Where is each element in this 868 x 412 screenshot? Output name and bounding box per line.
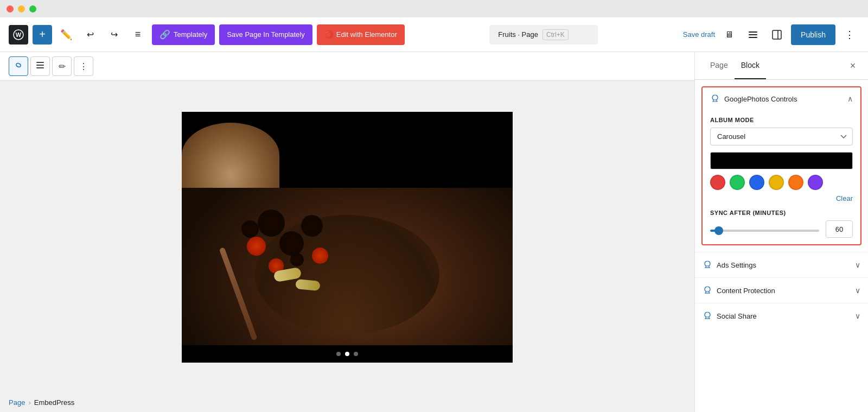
content-protection-header[interactable]: Content Protection ∨ (701, 278, 861, 303)
elementor-icon: ⭕ (324, 30, 333, 39)
panel-body: ALBUM MODE Carousel Grid Slideshow (703, 110, 860, 244)
panel-header: GooglePhotos Controls ∧ (703, 87, 860, 110)
fullscreen-traffic-light[interactable] (29, 5, 36, 12)
googlephotos-controls-panel: GooglePhotos Controls ∧ ALBUM MODE Carou… (701, 86, 861, 245)
ads-settings-chevron-icon: ∨ (855, 261, 860, 269)
color-swatches (710, 175, 853, 190)
undo-button[interactable]: ↩ (80, 25, 100, 45)
ads-settings-title: Ads Settings (703, 260, 756, 270)
close-traffic-light[interactable] (7, 5, 14, 12)
save-page-templately-button[interactable]: Save Page In Templately (219, 24, 312, 45)
align-button[interactable] (30, 56, 50, 76)
svg-rect-5 (773, 30, 781, 39)
plus-icon: + (39, 28, 46, 41)
editor-canvas (0, 81, 694, 393)
svg-rect-2 (749, 31, 757, 33)
svg-rect-4 (749, 37, 757, 38)
block-toolbar: ✏ ⋮ (0, 52, 694, 81)
swatch-purple[interactable] (808, 175, 823, 190)
content-protection-title: Content Protection (703, 286, 775, 295)
carousel-dot-1[interactable] (336, 352, 341, 356)
swatch-green[interactable] (730, 175, 745, 190)
content-protection-chevron-icon: ∨ (855, 286, 860, 295)
clear-color-button[interactable]: Clear (836, 194, 853, 202)
content-block (182, 112, 513, 363)
edit-elementor-button[interactable]: ⭕ Edit with Elementor (317, 24, 405, 45)
brush-icon: ✏️ (60, 29, 72, 41)
keyboard-shortcut: Ctrl+K (542, 29, 569, 40)
svg-rect-7 (36, 62, 44, 63)
sidebar-close-button[interactable]: × (844, 57, 861, 74)
tab-page[interactable]: Page (704, 52, 735, 79)
redo-button[interactable]: ↪ (104, 25, 124, 45)
link-icon (14, 60, 23, 72)
carousel-dot-2[interactable] (345, 352, 349, 356)
sync-label: SYNC AFTER (MINUTES) (710, 210, 853, 216)
sync-control-row: 60 (710, 220, 853, 238)
pencil-icon: ✏ (59, 61, 66, 72)
search-field[interactable]: Fruits · Page Ctrl+K (489, 25, 598, 45)
tab-block[interactable]: Block (735, 52, 766, 79)
breadcrumb-page-link[interactable]: Page (9, 398, 25, 407)
social-share-section: Social Share ∨ (695, 303, 868, 328)
settings-button[interactable] (743, 25, 763, 45)
sidebar-icon (772, 30, 782, 40)
edit-elementor-label: Edit with Elementor (336, 30, 397, 39)
carousel-image (182, 188, 513, 345)
minimize-traffic-light[interactable] (18, 5, 25, 12)
sidebar-toggle-button[interactable] (767, 25, 787, 45)
sidebar-tabs: Page Block × (695, 52, 868, 80)
svg-text:W: W (16, 31, 22, 37)
wordpress-logo[interactable]: W (9, 25, 28, 45)
swatch-yellow[interactable] (769, 175, 784, 190)
preview-button[interactable]: 🖥 (719, 25, 739, 45)
carousel-dots (182, 345, 513, 363)
content-protection-section: Content Protection ∨ (695, 277, 868, 303)
undo-icon: ↩ (87, 29, 94, 40)
search-bar: Fruits · Page Ctrl+K (409, 25, 679, 45)
album-mode-select[interactable]: Carousel Grid Slideshow (710, 128, 853, 145)
redo-icon: ↪ (111, 29, 118, 40)
publish-button[interactable]: Publish (791, 24, 835, 45)
color-picker-bar[interactable] (710, 152, 853, 169)
svg-rect-3 (749, 34, 757, 35)
panel-title-text: GooglePhotos Controls (724, 95, 797, 103)
swatch-red[interactable] (710, 175, 725, 190)
more-block-options-button[interactable]: ⋮ (74, 56, 93, 76)
sync-section: SYNC AFTER (MINUTES) 60 (710, 210, 853, 238)
templately-icon: 🔗 (159, 29, 170, 40)
sync-slider[interactable] (710, 230, 819, 232)
social-share-title: Social Share (703, 311, 757, 321)
list-icon: ≡ (135, 29, 141, 40)
save-templately-label: Save Page In Templately (227, 30, 305, 39)
list-view-button[interactable]: ≡ (128, 25, 148, 45)
clear-color-container: Clear (710, 193, 853, 203)
panel-collapse-icon[interactable]: ∧ (847, 94, 853, 103)
googlephotos-icon (710, 94, 720, 104)
templately-label: Templately (174, 30, 207, 39)
sync-slider-wrapper (710, 224, 819, 234)
transform-block-button[interactable] (9, 56, 28, 76)
social-share-icon (703, 311, 712, 321)
more-options-button[interactable]: ⋮ (840, 25, 859, 45)
album-mode-label: ALBUM MODE (710, 117, 853, 123)
align-icon (36, 61, 44, 72)
breadcrumb-separator: › (28, 398, 30, 407)
ads-settings-icon (703, 260, 712, 270)
add-block-button[interactable]: + (33, 25, 52, 45)
page-title-search: Fruits · Page (498, 30, 538, 39)
edit-button[interactable]: ✏ (52, 56, 72, 76)
ads-settings-header[interactable]: Ads Settings ∨ (701, 252, 861, 277)
svg-rect-9 (36, 67, 44, 68)
templately-button[interactable]: 🔗 Templately (152, 24, 215, 45)
settings-icon (748, 30, 758, 40)
carousel-dot-3[interactable] (354, 352, 358, 356)
save-draft-button[interactable]: Save draft (683, 30, 715, 39)
tools-button[interactable]: ✏️ (56, 25, 76, 45)
swatch-blue[interactable] (749, 175, 764, 190)
content-protection-icon (703, 286, 712, 295)
social-share-header[interactable]: Social Share ∨ (701, 303, 861, 328)
titlebar (0, 0, 868, 17)
close-icon: × (850, 60, 856, 72)
swatch-orange[interactable] (788, 175, 803, 190)
